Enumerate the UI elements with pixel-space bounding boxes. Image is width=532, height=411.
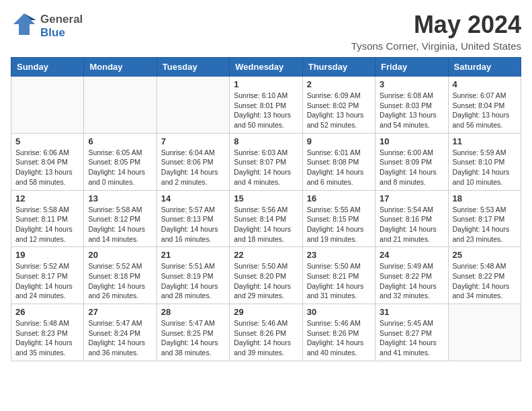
day-info: Sunrise: 5:46 AM Sunset: 8:26 PM Dayligh… [234, 318, 298, 358]
calendar-day-cell: 27Sunrise: 5:47 AM Sunset: 8:24 PM Dayli… [84, 304, 157, 361]
day-info: Sunrise: 5:51 AM Sunset: 8:19 PM Dayligh… [161, 261, 225, 301]
calendar-day-cell: 28Sunrise: 5:47 AM Sunset: 8:25 PM Dayli… [157, 304, 229, 361]
day-info: Sunrise: 5:48 AM Sunset: 8:23 PM Dayligh… [15, 318, 79, 358]
calendar-day-cell [448, 304, 521, 361]
day-info: Sunrise: 5:57 AM Sunset: 8:13 PM Dayligh… [161, 205, 225, 244]
day-number: 5 [15, 136, 79, 146]
calendar-day-cell: 20Sunrise: 5:52 AM Sunset: 8:18 PM Dayli… [84, 247, 157, 304]
day-number: 9 [307, 136, 371, 146]
page-header: General Blue May 2024 Tysons Corner, Vir… [11, 11, 521, 52]
calendar-week-row: 12Sunrise: 5:58 AM Sunset: 8:11 PM Dayli… [11, 190, 521, 247]
calendar-day-cell: 5Sunrise: 6:06 AM Sunset: 8:04 PM Daylig… [11, 133, 84, 190]
day-number: 21 [161, 250, 225, 260]
calendar-day-cell [11, 77, 84, 134]
logo-general: General [40, 13, 83, 26]
calendar-day-cell: 1Sunrise: 6:10 AM Sunset: 8:01 PM Daylig… [230, 77, 302, 134]
day-number: 15 [234, 193, 298, 203]
title-block: May 2024 Tysons Corner, Virginia, United… [351, 11, 521, 52]
calendar-header-row: SundayMondayTuesdayWednesdayThursdayFrid… [11, 58, 521, 77]
calendar-day-cell: 23Sunrise: 5:50 AM Sunset: 8:21 PM Dayli… [302, 247, 375, 304]
day-info: Sunrise: 5:48 AM Sunset: 8:22 PM Dayligh… [453, 261, 517, 301]
day-number: 31 [380, 307, 443, 317]
logo-text: General Blue [40, 13, 83, 40]
weekday-header: Thursday [302, 58, 375, 77]
day-info: Sunrise: 6:04 AM Sunset: 8:06 PM Dayligh… [161, 148, 225, 187]
calendar-day-cell: 17Sunrise: 5:54 AM Sunset: 8:16 PM Dayli… [375, 190, 448, 247]
day-info: Sunrise: 6:01 AM Sunset: 8:08 PM Dayligh… [307, 148, 371, 187]
day-number: 28 [161, 307, 225, 317]
day-info: Sunrise: 5:47 AM Sunset: 8:24 PM Dayligh… [88, 318, 152, 358]
day-number: 4 [453, 79, 517, 89]
day-number: 2 [307, 79, 371, 89]
calendar-day-cell: 10Sunrise: 6:00 AM Sunset: 8:09 PM Dayli… [375, 133, 448, 190]
calendar-week-row: 19Sunrise: 5:52 AM Sunset: 8:17 PM Dayli… [11, 247, 521, 304]
day-info: Sunrise: 5:56 AM Sunset: 8:14 PM Dayligh… [234, 205, 298, 244]
day-number: 8 [234, 136, 298, 146]
day-info: Sunrise: 5:50 AM Sunset: 8:21 PM Dayligh… [307, 261, 371, 301]
calendar-day-cell: 2Sunrise: 6:09 AM Sunset: 8:02 PM Daylig… [302, 77, 375, 134]
day-info: Sunrise: 5:45 AM Sunset: 8:27 PM Dayligh… [380, 318, 443, 358]
svg-marker-0 [13, 13, 35, 35]
day-info: Sunrise: 5:47 AM Sunset: 8:25 PM Dayligh… [161, 318, 225, 358]
calendar-day-cell: 4Sunrise: 6:07 AM Sunset: 8:04 PM Daylig… [448, 77, 521, 134]
weekday-header: Saturday [448, 58, 521, 77]
day-number: 10 [380, 136, 443, 146]
weekday-header: Friday [375, 58, 448, 77]
calendar-day-cell: 7Sunrise: 6:04 AM Sunset: 8:06 PM Daylig… [157, 133, 229, 190]
calendar-day-cell: 15Sunrise: 5:56 AM Sunset: 8:14 PM Dayli… [230, 190, 302, 247]
calendar-day-cell: 26Sunrise: 5:48 AM Sunset: 8:23 PM Dayli… [11, 304, 84, 361]
day-number: 29 [234, 307, 298, 317]
day-number: 16 [307, 193, 371, 203]
day-number: 13 [88, 193, 152, 203]
day-number: 30 [307, 307, 371, 317]
day-number: 1 [234, 79, 298, 89]
day-info: Sunrise: 5:55 AM Sunset: 8:15 PM Dayligh… [307, 205, 371, 244]
day-info: Sunrise: 5:52 AM Sunset: 8:17 PM Dayligh… [15, 261, 79, 301]
weekday-header: Tuesday [157, 58, 229, 77]
day-number: 23 [307, 250, 371, 260]
day-info: Sunrise: 6:10 AM Sunset: 8:01 PM Dayligh… [234, 91, 298, 130]
calendar-day-cell: 8Sunrise: 6:03 AM Sunset: 8:07 PM Daylig… [230, 133, 302, 190]
day-number: 22 [234, 250, 298, 260]
calendar-day-cell [157, 77, 229, 134]
calendar-day-cell: 6Sunrise: 6:05 AM Sunset: 8:05 PM Daylig… [84, 133, 157, 190]
weekday-header: Sunday [11, 58, 84, 77]
day-number: 7 [161, 136, 225, 146]
day-info: Sunrise: 6:05 AM Sunset: 8:05 PM Dayligh… [88, 148, 152, 187]
calendar-day-cell: 12Sunrise: 5:58 AM Sunset: 8:11 PM Dayli… [11, 190, 84, 247]
calendar-day-cell: 21Sunrise: 5:51 AM Sunset: 8:19 PM Dayli… [157, 247, 229, 304]
calendar-day-cell: 24Sunrise: 5:49 AM Sunset: 8:22 PM Dayli… [375, 247, 448, 304]
calendar-day-cell: 13Sunrise: 5:58 AM Sunset: 8:12 PM Dayli… [84, 190, 157, 247]
weekday-header: Wednesday [230, 58, 302, 77]
logo-icon [11, 11, 38, 41]
day-info: Sunrise: 6:07 AM Sunset: 8:04 PM Dayligh… [453, 91, 517, 130]
calendar-day-cell: 9Sunrise: 6:01 AM Sunset: 8:08 PM Daylig… [302, 133, 375, 190]
calendar-week-row: 5Sunrise: 6:06 AM Sunset: 8:04 PM Daylig… [11, 133, 521, 190]
day-info: Sunrise: 6:00 AM Sunset: 8:09 PM Dayligh… [380, 148, 443, 187]
day-info: Sunrise: 6:08 AM Sunset: 8:03 PM Dayligh… [380, 91, 443, 130]
day-number: 14 [161, 193, 225, 203]
day-number: 11 [453, 136, 517, 146]
day-info: Sunrise: 5:50 AM Sunset: 8:20 PM Dayligh… [234, 261, 298, 301]
day-info: Sunrise: 5:58 AM Sunset: 8:12 PM Dayligh… [88, 205, 152, 244]
calendar-day-cell [84, 77, 157, 134]
logo: General Blue [11, 11, 83, 41]
calendar-table: SundayMondayTuesdayWednesdayThursdayFrid… [11, 57, 521, 361]
logo-blue: Blue [40, 26, 83, 40]
calendar-week-row: 1Sunrise: 6:10 AM Sunset: 8:01 PM Daylig… [11, 77, 521, 134]
day-number: 19 [15, 250, 79, 260]
day-info: Sunrise: 5:59 AM Sunset: 8:10 PM Dayligh… [453, 148, 517, 187]
calendar-week-row: 26Sunrise: 5:48 AM Sunset: 8:23 PM Dayli… [11, 304, 521, 361]
day-number: 26 [15, 307, 79, 317]
location-title: Tysons Corner, Virginia, United States [351, 40, 521, 52]
day-number: 17 [380, 193, 443, 203]
weekday-header: Monday [84, 58, 157, 77]
day-info: Sunrise: 6:09 AM Sunset: 8:02 PM Dayligh… [307, 91, 371, 130]
calendar-day-cell: 11Sunrise: 5:59 AM Sunset: 8:10 PM Dayli… [448, 133, 521, 190]
calendar-day-cell: 14Sunrise: 5:57 AM Sunset: 8:13 PM Dayli… [157, 190, 229, 247]
day-info: Sunrise: 5:52 AM Sunset: 8:18 PM Dayligh… [88, 261, 152, 301]
day-info: Sunrise: 5:53 AM Sunset: 8:17 PM Dayligh… [453, 205, 517, 244]
calendar-day-cell: 18Sunrise: 5:53 AM Sunset: 8:17 PM Dayli… [448, 190, 521, 247]
day-info: Sunrise: 6:06 AM Sunset: 8:04 PM Dayligh… [15, 148, 79, 187]
calendar-day-cell: 30Sunrise: 5:46 AM Sunset: 8:26 PM Dayli… [302, 304, 375, 361]
